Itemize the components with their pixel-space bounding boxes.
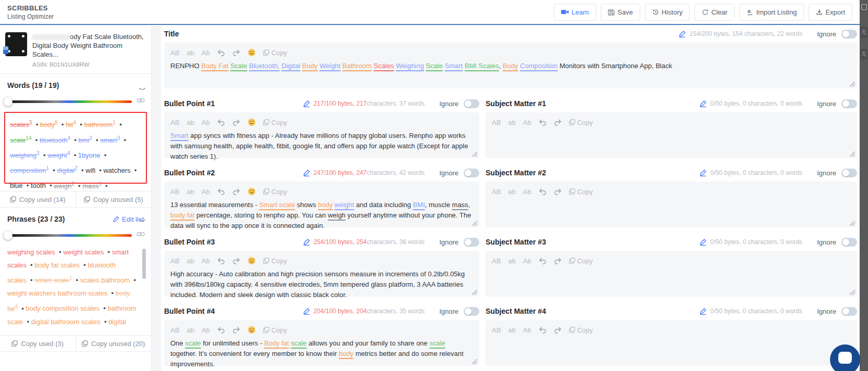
copy-used-phrases-button[interactable]: Copy used (3) [0, 336, 76, 351]
edit-pencil-icon[interactable] [700, 170, 706, 176]
copy-text-button[interactable]: Copy [569, 188, 593, 196]
editor-textarea[interactable]: ABabAbCopy [486, 182, 857, 227]
edit-pencil-icon[interactable] [303, 100, 310, 107]
undo-icon[interactable] [217, 119, 225, 126]
undo-icon[interactable] [217, 327, 225, 334]
keyword[interactable]: scale [10, 136, 26, 144]
section-text[interactable]: 13 essential measurements - Smart scale … [170, 200, 473, 231]
lowercase-button[interactable]: ab [187, 326, 194, 334]
resize-handle[interactable] [472, 151, 477, 157]
capitalize-button[interactable]: Ab [202, 119, 210, 126]
uppercase-button[interactable]: AB [170, 326, 179, 334]
lowercase-button[interactable]: ab [187, 119, 194, 126]
lowercase-button[interactable]: ab [187, 257, 194, 265]
redo-icon[interactable] [232, 119, 240, 126]
keyword[interactable]: scales [10, 121, 29, 129]
keyword[interactable]: weight [47, 151, 67, 159]
ignore-toggle[interactable] [464, 169, 479, 177]
redo-icon[interactable] [554, 258, 562, 264]
undo-icon[interactable] [539, 188, 547, 195]
clear-button[interactable]: Clear [695, 4, 735, 21]
product-card[interactable]: ody Fat Scale Bluetooth, Digital Body We… [0, 26, 151, 74]
redo-icon[interactable] [554, 188, 562, 195]
save-button[interactable]: Save [601, 4, 640, 21]
resize-handle[interactable] [850, 290, 855, 295]
section-text[interactable]: One scale for unlimited users - Body fat… [170, 338, 473, 369]
section-text[interactable]: Smart app syncs with fitness app - Alrea… [170, 131, 473, 162]
edit-pencil-icon[interactable] [700, 308, 706, 315]
side-strip-tool-icon[interactable] [861, 4, 867, 10]
resize-handle[interactable] [850, 221, 855, 226]
uppercase-button[interactable]: AB [170, 188, 179, 196]
copy-text-button[interactable]: Copy [569, 326, 593, 334]
edit-pencil-icon[interactable] [303, 239, 310, 246]
emoji-icon[interactable] [247, 257, 256, 265]
capitalize-button[interactable]: Ab [523, 326, 531, 334]
copy-unused-phrases-button[interactable]: Copy unused (20) [76, 336, 152, 351]
capitalize-button[interactable]: Ab [202, 257, 210, 265]
editor-textarea[interactable]: ABabAbCopy [486, 320, 857, 366]
redo-icon[interactable] [232, 327, 240, 334]
edit-pencil-icon[interactable] [700, 100, 706, 107]
keyword[interactable]: mass [82, 182, 98, 190]
keyword[interactable]: scales bathroom [80, 276, 130, 284]
copy-text-button[interactable]: Copy [263, 119, 287, 126]
capitalize-button[interactable]: Ab [202, 49, 210, 57]
keyword[interactable]: 1byone [78, 151, 101, 159]
keyword[interactable]: smart [100, 136, 117, 144]
uppercase-button[interactable]: AB [170, 49, 179, 57]
editor-textarea[interactable]: ABabAbCopyRENPHO Body Fat Scale Bluetoot… [164, 43, 857, 88]
redo-icon[interactable] [232, 188, 240, 195]
copy-text-button[interactable]: Copy [263, 257, 287, 265]
edit-pencil-icon[interactable] [303, 308, 310, 315]
ignore-toggle[interactable] [841, 99, 857, 108]
uppercase-button[interactable]: AB [170, 119, 179, 126]
lowercase-button[interactable]: ab [508, 257, 515, 265]
editor-textarea[interactable]: ABabAbCopyOne scale for unlimited users … [164, 320, 479, 366]
uppercase-button[interactable]: AB [492, 326, 501, 334]
editor-textarea[interactable]: ABabAbCopySmart app syncs with fitness a… [164, 112, 479, 158]
redo-icon[interactable] [554, 327, 562, 334]
keyword[interactable]: digital [57, 167, 75, 174]
ignore-toggle[interactable] [841, 307, 857, 316]
side-strip-item[interactable]: 无 [860, 49, 867, 59]
keyword[interactable]: composition [10, 167, 46, 174]
slider-handle[interactable] [4, 97, 13, 106]
keyword[interactable]: weighing scales [7, 248, 55, 256]
chat-widget-button[interactable] [830, 344, 860, 371]
phrases-scrollbar[interactable] [142, 249, 146, 279]
lowercase-button[interactable]: ab [187, 49, 194, 57]
ignore-toggle[interactable] [464, 99, 479, 108]
uppercase-button[interactable]: AB [170, 257, 179, 265]
keyword[interactable]: digital bathroom scales [31, 318, 101, 326]
side-strip-item[interactable]: 无 [860, 27, 867, 37]
keyword[interactable]: weigh [54, 182, 71, 190]
import-listing-button[interactable]: a Import Listing [739, 4, 804, 21]
lowercase-button[interactable]: ab [508, 188, 515, 196]
keyword[interactable]: fat [66, 121, 73, 129]
slider-track[interactable] [5, 234, 132, 237]
editor-textarea[interactable]: ABabAbCopy13 essential measurements - Sm… [164, 182, 479, 227]
keyword[interactable]: weight watchers bathroom scales [7, 289, 107, 297]
edit-pencil-icon[interactable] [303, 170, 310, 176]
resize-handle[interactable] [472, 359, 477, 364]
collapse-chevron-icon[interactable] [139, 83, 146, 93]
undo-icon[interactable] [217, 188, 225, 195]
keyword[interactable]: bluetooth [40, 136, 68, 144]
emoji-icon[interactable] [247, 187, 256, 196]
keyword[interactable]: body composition scales [26, 305, 100, 313]
uppercase-button[interactable]: AB [492, 188, 501, 196]
ignore-toggle[interactable] [841, 30, 857, 39]
copy-text-button[interactable]: Copy [569, 119, 593, 126]
undo-icon[interactable] [217, 258, 225, 264]
keyword[interactable]: body fat scales [34, 261, 80, 269]
capitalize-button[interactable]: Ab [523, 188, 531, 196]
ignore-toggle[interactable] [841, 238, 857, 247]
copy-unused-words-button[interactable]: Copy unused (5) [76, 191, 152, 207]
copy-text-button[interactable]: Copy [569, 257, 593, 265]
undo-icon[interactable] [539, 258, 547, 264]
section-text[interactable]: RENPHO Body Fat Scale Bluetooth, Digital… [170, 61, 851, 71]
editor-textarea[interactable]: ABabAbCopyHigh accuracy - Auto calibrati… [164, 251, 479, 297]
lowercase-button[interactable]: ab [508, 119, 515, 126]
keyword[interactable]: smart scale [34, 276, 69, 284]
